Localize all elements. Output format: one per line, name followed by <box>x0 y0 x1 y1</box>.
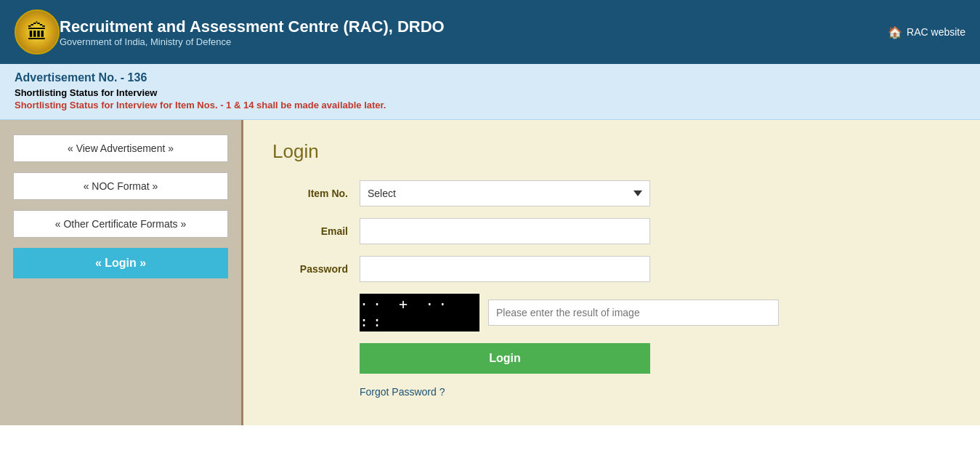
login-title: Login <box>272 140 951 163</box>
app-title: Recruitment and Assessment Centre (RAC),… <box>60 17 888 36</box>
noc-format-button[interactable]: « NOC Format » <box>13 172 228 200</box>
email-row: Email <box>272 218 951 244</box>
government-emblem: 🏛 <box>15 9 60 55</box>
main-layout: « View Advertisement » « NOC Format » « … <box>0 120 980 425</box>
email-input[interactable] <box>360 218 650 244</box>
advertisement-number: Advertisement No. - 136 <box>15 71 965 84</box>
item-no-label: Item No. <box>272 188 360 199</box>
other-certificate-formats-button[interactable]: « Other Certificate Formats » <box>13 210 228 238</box>
home-icon: 🏠 <box>888 25 902 39</box>
notice-status-label: Shortlisting Status for Interview <box>15 87 965 98</box>
item-no-select[interactable]: Select <box>360 180 650 206</box>
forgot-password-row: Forgot Password ? <box>272 385 951 398</box>
password-row: Password <box>272 256 951 282</box>
captcha-image: ·· + ·· :: <box>360 294 479 332</box>
view-advertisement-button[interactable]: « View Advertisement » <box>13 134 228 162</box>
notice-warning-text: Shortlisting Status for Interview for It… <box>15 100 965 111</box>
app-subtitle: Government of India, Ministry of Defence <box>60 36 888 47</box>
password-input[interactable] <box>360 256 650 282</box>
forgot-password-link[interactable]: Forgot Password ? <box>360 386 445 398</box>
email-label: Email <box>272 225 360 237</box>
login-btn-row: Login <box>272 343 951 374</box>
notice-bar: Advertisement No. - 136 Shortlisting Sta… <box>0 64 980 120</box>
password-label: Password <box>272 263 360 275</box>
content-area: Login Item No. Select Email Password ·· … <box>243 120 980 425</box>
captcha-dots: ·· + ·· :: <box>360 295 479 330</box>
rac-website-label: RAC website <box>907 26 965 38</box>
sidebar: « View Advertisement » « NOC Format » « … <box>0 120 243 425</box>
header-title-block: Recruitment and Assessment Centre (RAC),… <box>60 17 888 47</box>
login-submit-button[interactable]: Login <box>360 343 650 374</box>
captcha-row: ·· + ·· :: <box>272 294 951 332</box>
item-no-row: Item No. Select <box>272 180 951 206</box>
app-header: 🏛 Recruitment and Assessment Centre (RAC… <box>0 0 980 64</box>
rac-website-link[interactable]: 🏠 RAC website <box>888 25 965 39</box>
sidebar-login-button[interactable]: « Login » <box>13 248 228 278</box>
captcha-input[interactable] <box>488 300 779 326</box>
